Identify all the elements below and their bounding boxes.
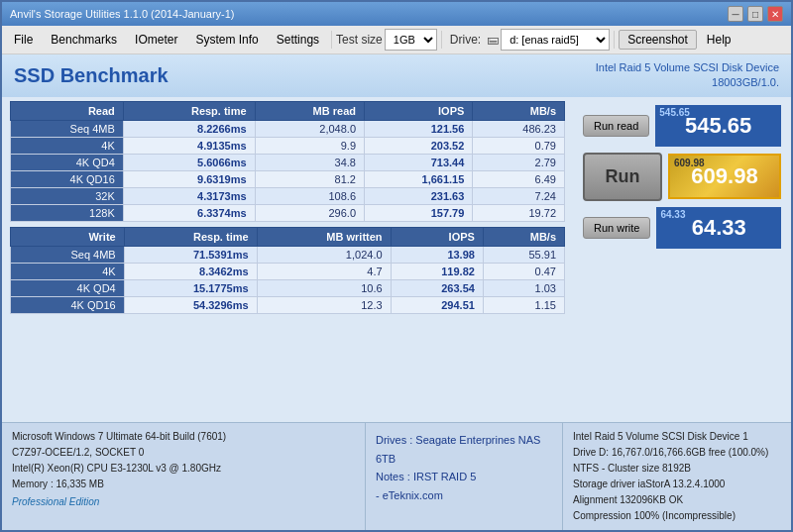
cell-value: 1,661.15 <box>365 170 473 187</box>
menu-help[interactable]: Help <box>699 31 739 49</box>
drive-detail-2: Drive D: 16,767.0/16,766.6GB free (100.0… <box>573 445 781 461</box>
ssd-title: SSD Benchmark <box>14 64 169 87</box>
cell-value: 108.6 <box>255 187 364 204</box>
row-label: 4K QD16 <box>11 170 124 187</box>
cell-value: 121.56 <box>365 120 473 137</box>
table-row: Seq 4MB 71.5391ms 1,024.0 13.98 55.91 <box>11 246 565 263</box>
sys-line2: C7Z97-OCEE/1.2, SOCKET 0 <box>12 445 355 461</box>
col-mbs-r: MB/s <box>473 101 565 120</box>
drives-label: Drives : Seagate Enterprines NAS 6TB <box>376 431 552 468</box>
row-label: 128K <box>11 204 124 221</box>
cell-value: 55.91 <box>483 246 564 263</box>
cell-value: 296.0 <box>255 204 364 221</box>
cell-value: 81.2 <box>255 170 364 187</box>
col-mbs-w: MB/s <box>483 227 564 246</box>
read-score-display: 545.65 545.65 <box>655 105 781 147</box>
table-row: 128K 6.3374ms 296.0 157.79 19.72 <box>11 204 565 221</box>
close-button[interactable]: ✕ <box>767 6 783 22</box>
cell-value: 486.23 <box>473 120 565 137</box>
write-score-value: 64.33 <box>692 215 746 240</box>
cell-value: 294.51 <box>391 296 483 313</box>
cell-value: 0.79 <box>473 137 565 154</box>
write-score-display: 64.33 64.33 <box>656 207 781 249</box>
cell-value: 4.9135ms <box>123 137 255 154</box>
bottom-bar: Microsoft Windows 7 Ultimate 64-bit Buil… <box>2 422 791 530</box>
cell-value: 713.44 <box>365 154 473 170</box>
device-line1: Intel Raid 5 Volume SCSI Disk Device <box>596 60 779 75</box>
table-row: 4K QD16 54.3296ms 12.3 294.51 1.15 <box>11 296 565 313</box>
cell-value: 157.79 <box>365 204 473 221</box>
menu-system-info[interactable]: System Info <box>187 31 266 49</box>
row-label: Seq 4MB <box>11 246 125 263</box>
menu-iometer[interactable]: IOmeter <box>127 31 185 49</box>
row-label: 4K QD4 <box>11 279 125 296</box>
col-mb-written: MB written <box>257 227 391 246</box>
testsize-label: Test size <box>336 33 383 47</box>
drive-detail-4: Storage driver iaStorA 13.2.4.1000 <box>573 477 781 492</box>
write-score-small: 64.33 <box>660 209 685 220</box>
row-label: 32K <box>11 187 124 204</box>
maximize-button[interactable]: □ <box>747 6 763 22</box>
drive-details: Intel Raid 5 Volume SCSI Disk Device 1 D… <box>563 423 791 530</box>
window-title: Anvil's Storage Utilities 1.1.0 (2014-Ja… <box>10 8 234 20</box>
table-row: 4K 8.3462ms 4.7 119.82 0.47 <box>11 263 565 279</box>
cell-value: 19.72 <box>473 204 565 221</box>
cell-value: 6.49 <box>473 170 565 187</box>
drive-icon: 🖴 <box>487 33 499 47</box>
row-label: 4K <box>11 137 124 154</box>
cell-value: 203.52 <box>365 137 473 154</box>
table-row: 4K 4.9135ms 9.9 203.52 0.79 <box>11 137 565 154</box>
row-label: 4K <box>11 263 125 279</box>
cell-value: 8.2266ms <box>123 120 255 137</box>
notes-label: Notes : IRST RAID 5 <box>376 468 552 486</box>
system-info: Microsoft Windows 7 Ultimate 64-bit Buil… <box>2 423 365 530</box>
write-score-card: Run write 64.33 64.33 <box>583 207 781 249</box>
device-info: Intel Raid 5 Volume SCSI Disk Device 180… <box>596 60 779 91</box>
run-write-button[interactable]: Run write <box>583 217 650 239</box>
title-bar: Anvil's Storage Utilities 1.1.0 (2014-Ja… <box>2 2 791 26</box>
cell-value: 1,024.0 <box>257 246 391 263</box>
cell-value: 263.54 <box>391 279 483 296</box>
read-score-value: 545.65 <box>685 113 751 138</box>
col-read: Read <box>11 101 124 120</box>
separator-1 <box>331 31 332 49</box>
read-score-small: 545.65 <box>659 107 690 118</box>
total-score-small: 609.98 <box>674 158 705 168</box>
main-content: Read Resp. time MB read IOPS MB/s Seq 4M… <box>2 97 791 422</box>
cell-value: 7.24 <box>473 187 565 204</box>
total-score-display: 609.98 609.98 <box>668 154 781 199</box>
cell-value: 6.3374ms <box>123 204 255 221</box>
cell-value: 0.47 <box>483 263 564 279</box>
row-label: Seq 4MB <box>11 120 124 137</box>
table-section: Read Resp. time MB read IOPS MB/s Seq 4M… <box>2 97 573 422</box>
testsize-select[interactable]: 1GB <box>385 29 437 51</box>
cell-value: 4.7 <box>257 263 391 279</box>
read-table: Read Resp. time MB read IOPS MB/s Seq 4M… <box>10 101 565 222</box>
drive-select[interactable]: d: [enas raid5] <box>501 29 610 51</box>
table-row: 32K 4.3173ms 108.6 231.63 7.24 <box>11 187 565 204</box>
cell-value: 231.63 <box>365 187 473 204</box>
minimize-button[interactable]: ─ <box>728 6 743 22</box>
menu-settings[interactable]: Settings <box>269 31 327 49</box>
cell-value: 1.15 <box>483 296 564 313</box>
drive-detail-1: Intel Raid 5 Volume SCSI Disk Device 1 <box>573 429 781 445</box>
total-score-card: Run 609.98 609.98 <box>583 153 781 201</box>
cell-value: 15.1775ms <box>124 279 257 296</box>
col-iops-r: IOPS <box>365 101 473 120</box>
cell-value: 54.3296ms <box>124 296 257 313</box>
row-label: 4K QD4 <box>11 154 124 170</box>
cell-value: 71.5391ms <box>124 246 257 263</box>
cell-value: 4.3173ms <box>123 187 255 204</box>
menu-file[interactable]: File <box>6 31 41 49</box>
run-read-button[interactable]: Run read <box>583 115 649 137</box>
separator-2 <box>441 31 442 49</box>
drive-label: Drive: <box>446 31 485 49</box>
write-table: Write Resp. time MB written IOPS MB/s Se… <box>10 227 565 314</box>
screenshot-button[interactable]: Screenshot <box>619 30 697 50</box>
run-button[interactable]: Run <box>583 153 662 201</box>
cell-value: 13.98 <box>391 246 483 263</box>
menu-benchmarks[interactable]: Benchmarks <box>43 31 125 49</box>
sys-line4: Memory : 16,335 MB <box>12 477 355 492</box>
cell-value: 119.82 <box>391 263 483 279</box>
cell-value: 2,048.0 <box>255 120 364 137</box>
